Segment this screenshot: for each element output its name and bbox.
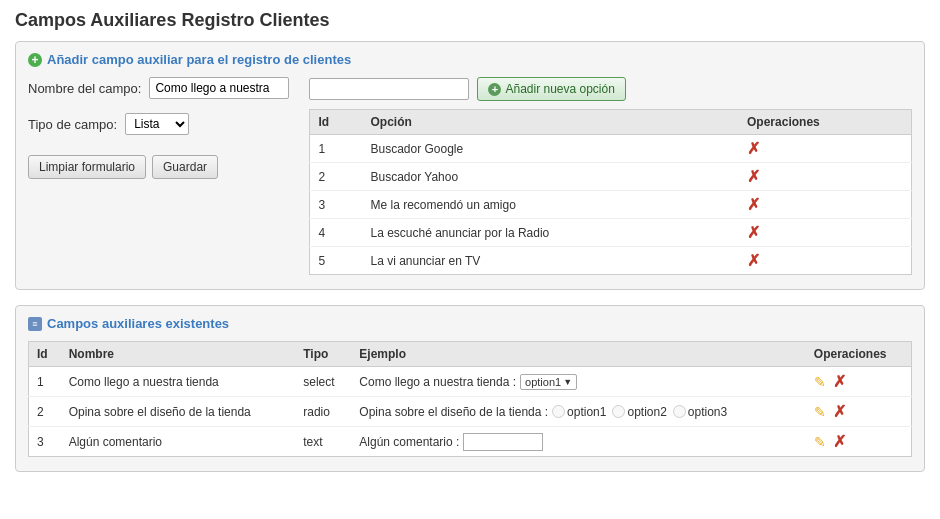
row-name: Opina sobre el diseño de la tienda bbox=[61, 397, 296, 427]
add-option-button-label: Añadir nueva opción bbox=[505, 82, 614, 96]
add-form-area: Nombre del campo: Tipo de campo: Lista T… bbox=[28, 77, 912, 275]
table-row: 2 Opina sobre el diseño de la tienda rad… bbox=[29, 397, 912, 427]
row-example: Algún comentario : bbox=[351, 427, 806, 457]
col-type: Tipo bbox=[295, 342, 351, 367]
row-type: radio bbox=[295, 397, 351, 427]
page-title: Campos Auxiliares Registro Clientes bbox=[15, 10, 925, 31]
table-row: 1 Buscador Google ✗ bbox=[310, 135, 912, 163]
existing-panel: ≡ Campos auxiliares existentes Id Nombre… bbox=[15, 305, 925, 472]
option-delete[interactable]: ✗ bbox=[739, 135, 911, 163]
field-type-label: Tipo de campo: bbox=[28, 117, 117, 132]
delete-icon[interactable]: ✗ bbox=[747, 224, 760, 241]
example-select[interactable]: option1▼ bbox=[520, 374, 577, 390]
option-text: Buscador Google bbox=[362, 135, 739, 163]
row-example: Como llego a nuestra tienda : option1▼ bbox=[351, 367, 806, 397]
add-panel-title: + Añadir campo auxiliar para el registro… bbox=[28, 52, 912, 67]
radio-label: option3 bbox=[688, 405, 727, 419]
field-name-label: Nombre del campo: bbox=[28, 81, 141, 96]
right-options: + Añadir nueva opción Id Opción Operacio… bbox=[309, 77, 912, 275]
options-table: Id Opción Operaciones 1 Buscador Google … bbox=[309, 109, 912, 275]
clear-button[interactable]: Limpiar formulario bbox=[28, 155, 146, 179]
delete-icon[interactable]: ✗ bbox=[747, 252, 760, 269]
delete-icon[interactable]: ✗ bbox=[747, 168, 760, 185]
option-delete[interactable]: ✗ bbox=[739, 219, 911, 247]
add-panel: + Añadir campo auxiliar para el registro… bbox=[15, 41, 925, 290]
option-id: 3 bbox=[310, 191, 363, 219]
existing-panel-title: ≡ Campos auxiliares existentes bbox=[28, 316, 912, 331]
row-id: 3 bbox=[29, 427, 61, 457]
radio-item: option2 bbox=[612, 405, 666, 419]
radio-item: option3 bbox=[673, 405, 727, 419]
row-operations: ✎ ✗ bbox=[806, 367, 912, 397]
example-label: Algún comentario : bbox=[359, 435, 459, 449]
example-cell: Como llego a nuestra tienda : option1▼ bbox=[359, 374, 798, 390]
table-row: 2 Buscador Yahoo ✗ bbox=[310, 163, 912, 191]
radio-item: option1 bbox=[552, 405, 606, 419]
add-icon: + bbox=[28, 53, 42, 67]
option-id: 4 bbox=[310, 219, 363, 247]
row-name: Algún comentario bbox=[61, 427, 296, 457]
add-option-button[interactable]: + Añadir nueva opción bbox=[477, 77, 625, 101]
row-operations: ✎ ✗ bbox=[806, 427, 912, 457]
table-row: 5 La vi anunciar en TV ✗ bbox=[310, 247, 912, 275]
table-row: 1 Como llego a nuestra tienda select Com… bbox=[29, 367, 912, 397]
select-arrow: ▼ bbox=[563, 377, 572, 387]
row-id: 1 bbox=[29, 367, 61, 397]
list-icon: ≡ bbox=[28, 317, 42, 331]
col-option: Opción bbox=[362, 110, 739, 135]
col-name: Nombre bbox=[61, 342, 296, 367]
example-text-input[interactable] bbox=[463, 433, 543, 451]
row-id: 2 bbox=[29, 397, 61, 427]
edit-icon[interactable]: ✎ bbox=[814, 374, 826, 390]
radio-label: option1 bbox=[567, 405, 606, 419]
existing-table: Id Nombre Tipo Ejemplo Operaciones 1 Com… bbox=[28, 341, 912, 457]
new-option-input[interactable] bbox=[309, 78, 469, 100]
example-cell: Algún comentario : bbox=[359, 433, 798, 451]
option-delete[interactable]: ✗ bbox=[739, 163, 911, 191]
example-label: Opina sobre el diseño de la tienda : bbox=[359, 405, 548, 419]
field-type-select[interactable]: Lista Texto Radio Select bbox=[125, 113, 189, 135]
edit-icon[interactable]: ✎ bbox=[814, 434, 826, 450]
edit-icon[interactable]: ✎ bbox=[814, 404, 826, 420]
radio-input[interactable] bbox=[673, 405, 686, 418]
delete-icon[interactable]: ✗ bbox=[833, 433, 846, 450]
option-delete[interactable]: ✗ bbox=[739, 191, 911, 219]
col-id: Id bbox=[29, 342, 61, 367]
add-panel-title-text: Añadir campo auxiliar para el registro d… bbox=[47, 52, 351, 67]
col-operations: Operaciones bbox=[806, 342, 912, 367]
field-name-row: Nombre del campo: bbox=[28, 77, 289, 99]
row-example: Opina sobre el diseño de la tienda : opt… bbox=[351, 397, 806, 427]
example-cell: Opina sobre el diseño de la tienda : opt… bbox=[359, 405, 798, 419]
option-text: Buscador Yahoo bbox=[362, 163, 739, 191]
table-row: 3 Me la recomendó un amigo ✗ bbox=[310, 191, 912, 219]
col-id: Id bbox=[310, 110, 363, 135]
delete-icon[interactable]: ✗ bbox=[833, 403, 846, 420]
add-option-row: + Añadir nueva opción bbox=[309, 77, 912, 101]
radio-input[interactable] bbox=[552, 405, 565, 418]
delete-icon[interactable]: ✗ bbox=[833, 373, 846, 390]
example-label: Como llego a nuestra tienda : bbox=[359, 375, 516, 389]
option-text: La vi anunciar en TV bbox=[362, 247, 739, 275]
left-form: Nombre del campo: Tipo de campo: Lista T… bbox=[28, 77, 289, 179]
col-operations: Operaciones bbox=[739, 110, 911, 135]
save-button[interactable]: Guardar bbox=[152, 155, 218, 179]
radio-group: option1option2option3 bbox=[552, 405, 727, 419]
delete-icon[interactable]: ✗ bbox=[747, 140, 760, 157]
col-example: Ejemplo bbox=[351, 342, 806, 367]
form-buttons: Limpiar formulario Guardar bbox=[28, 155, 289, 179]
option-text: Me la recomendó un amigo bbox=[362, 191, 739, 219]
options-table-header: Id Opción Operaciones bbox=[310, 110, 912, 135]
existing-table-header: Id Nombre Tipo Ejemplo Operaciones bbox=[29, 342, 912, 367]
delete-icon[interactable]: ✗ bbox=[747, 196, 760, 213]
row-type: select bbox=[295, 367, 351, 397]
existing-panel-title-text: Campos auxiliares existentes bbox=[47, 316, 229, 331]
radio-input[interactable] bbox=[612, 405, 625, 418]
row-type: text bbox=[295, 427, 351, 457]
option-id: 5 bbox=[310, 247, 363, 275]
field-type-row: Tipo de campo: Lista Texto Radio Select bbox=[28, 113, 289, 135]
option-delete[interactable]: ✗ bbox=[739, 247, 911, 275]
plus-circle-icon: + bbox=[488, 83, 501, 96]
option-text: La escuché anunciar por la Radio bbox=[362, 219, 739, 247]
table-row: 3 Algún comentario text Algún comentario… bbox=[29, 427, 912, 457]
field-name-input[interactable] bbox=[149, 77, 289, 99]
